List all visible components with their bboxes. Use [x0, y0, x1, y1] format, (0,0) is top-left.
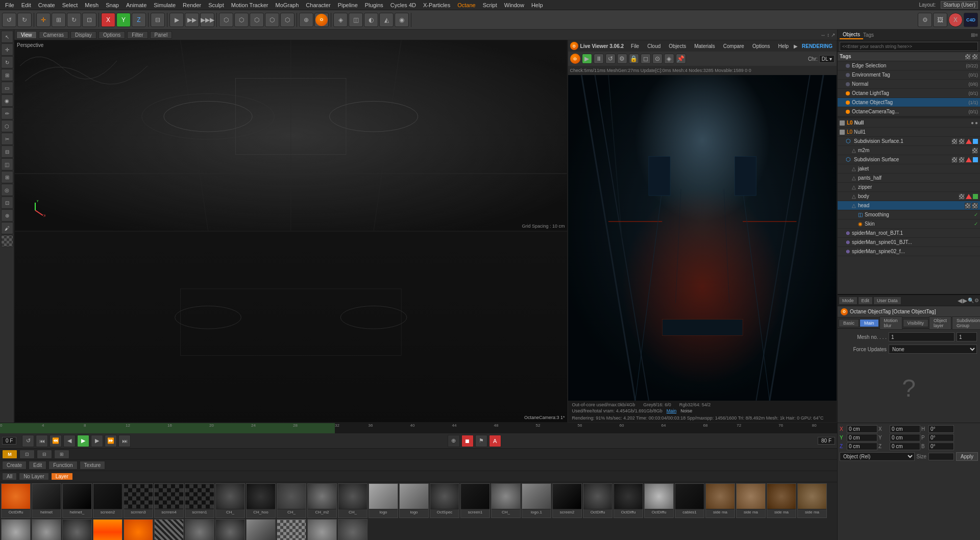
- object-search-input[interactable]: [840, 42, 978, 51]
- lv-lock-btn[interactable]: 🔒: [629, 54, 639, 64]
- tool-snap[interactable]: ⊡: [1, 197, 13, 209]
- material-item[interactable]: OctSpec: [430, 483, 459, 518]
- ptab-main[interactable]: Main: [860, 319, 879, 327]
- play-fwd2[interactable]: ▶: [91, 435, 103, 447]
- play-fwd[interactable]: ▶: [77, 435, 89, 447]
- picture-viewer[interactable]: 🖼: [933, 13, 947, 27]
- lv-geo-btn[interactable]: ◈: [664, 54, 674, 64]
- render-all[interactable]: ▶▶▶: [200, 13, 214, 27]
- coord-size-input[interactable]: [928, 453, 954, 460]
- tab-panel[interactable]: Panel: [150, 31, 173, 39]
- point-mode[interactable]: ⬡: [250, 13, 264, 27]
- menu-character[interactable]: Character: [303, 2, 333, 9]
- menu-mograph[interactable]: MoGraph: [272, 2, 302, 9]
- lv-start-btn[interactable]: ▶: [582, 54, 592, 64]
- mat-btn-4[interactable]: ⊞: [54, 450, 69, 459]
- x-axis[interactable]: X: [101, 13, 115, 27]
- tab-cameras[interactable]: Cameras: [39, 31, 69, 39]
- coord-y-input[interactable]: [847, 434, 877, 441]
- record-btn[interactable]: ⊕: [448, 435, 460, 447]
- render-region[interactable]: ▶: [169, 13, 184, 27]
- material-item[interactable]: CH_: [277, 483, 306, 518]
- material-item[interactable]: screen2: [93, 483, 122, 518]
- material-item[interactable]: CH.8: [338, 519, 368, 540]
- timeline-track[interactable]: 0 4 8 12 16 20 24 28 32 36 40 44 48 52 5…: [0, 423, 837, 433]
- live-viewer-canvas[interactable]: [568, 75, 837, 401]
- menu-cycles4d[interactable]: Cycles 4D: [387, 2, 419, 9]
- obj-zipper[interactable]: △ zipper: [838, 183, 980, 192]
- menu-help[interactable]: Help: [528, 2, 546, 9]
- filter-all[interactable]: All: [2, 473, 17, 480]
- material-item[interactable]: CH3: [215, 519, 245, 540]
- force-updates-select[interactable]: None: [889, 345, 977, 354]
- prop-nav-right[interactable]: ▶: [963, 297, 967, 304]
- lv-channel-select[interactable]: DL ▾: [819, 55, 835, 63]
- material-item[interactable]: CH_hoo: [246, 483, 276, 518]
- lv-square-btn[interactable]: ◻: [641, 54, 651, 64]
- menu-sculpt[interactable]: Sculpt: [205, 2, 227, 9]
- lv-settings-btn[interactable]: ⚙: [617, 54, 627, 64]
- material-item[interactable]: OctDiffu: [1, 483, 31, 518]
- material-item[interactable]: helmet: [124, 519, 153, 540]
- tool-knife[interactable]: ✂: [1, 133, 13, 145]
- material-item[interactable]: scrrren4: [154, 483, 184, 518]
- material-item[interactable]: logo: [399, 483, 429, 518]
- filter-layer[interactable]: Layer: [51, 473, 73, 480]
- material-item[interactable]: CH3: [307, 519, 337, 540]
- obj-null[interactable]: L0 Null ● ●: [838, 118, 980, 128]
- tag-octane-camera[interactable]: OctaneCameraTag... (0/1): [838, 107, 980, 116]
- stop-btn[interactable]: ⏹: [461, 435, 474, 447]
- tool-checkerboard[interactable]: [1, 235, 13, 247]
- coord-x-input[interactable]: [847, 425, 877, 433]
- current-frame[interactable]: 0 F: [2, 437, 16, 445]
- coord-h-input[interactable]: [928, 425, 954, 433]
- lv-pause-btn[interactable]: ⏸: [594, 54, 604, 64]
- prop-tab-edit[interactable]: Edit: [858, 297, 873, 305]
- redo-button[interactable]: ↻: [17, 13, 32, 27]
- viewport-bottom-left[interactable]: OctaneCamera:3 1*: [14, 231, 568, 423]
- menu-motion-tracker[interactable]: Motion Tracker: [228, 2, 272, 9]
- menu-animate[interactable]: Animate: [123, 2, 150, 9]
- ptab-obj-layer[interactable]: Object layer: [929, 316, 951, 330]
- material-item[interactable]: OctDiffu: [32, 519, 61, 540]
- coord-b-input[interactable]: [928, 443, 954, 450]
- mat-tab-edit[interactable]: Edit: [29, 461, 46, 470]
- filter-no-layer[interactable]: No Layer: [19, 473, 49, 480]
- menu-edit[interactable]: Edit: [18, 2, 34, 9]
- menu-simulate[interactable]: Simulate: [151, 2, 179, 9]
- material-item[interactable]: CH_m2: [307, 483, 337, 518]
- octane-live-viewer[interactable]: O: [314, 13, 329, 27]
- lv-orb-btn[interactable]: O: [570, 54, 580, 64]
- menu-xparticles[interactable]: X-Particles: [420, 2, 453, 9]
- material-item[interactable]: side ma: [797, 483, 827, 518]
- loop-toggle[interactable]: ↺: [22, 435, 34, 447]
- tool-arrow[interactable]: ↖: [1, 31, 13, 43]
- material-item[interactable]: scrrren1: [185, 483, 214, 518]
- tool-extrude[interactable]: ⊟: [1, 145, 13, 158]
- material-item[interactable]: OctDiffu: [644, 483, 674, 518]
- auto-key[interactable]: A: [489, 435, 501, 447]
- tool-paint[interactable]: 🖌: [1, 222, 13, 234]
- coord-sx-input[interactable]: [890, 425, 920, 433]
- layout-selector[interactable]: Startup (User): [941, 1, 978, 9]
- tag-skin[interactable]: ◉ Skin ✓: [838, 219, 980, 229]
- menu-window[interactable]: Window: [501, 2, 527, 9]
- tag-smoothing[interactable]: ◫ Smoothing ✓: [838, 210, 980, 219]
- tag-environment[interactable]: Environment Tag (0/1): [838, 70, 980, 80]
- z-label[interactable]: Z: [132, 13, 146, 27]
- obj-head[interactable]: △ head: [838, 201, 980, 210]
- prop-nav-left[interactable]: ◀: [958, 297, 962, 304]
- ptab-vis[interactable]: Visibility: [903, 319, 928, 327]
- menu-file[interactable]: File: [2, 2, 17, 9]
- menu-mesh[interactable]: Mesh: [82, 2, 102, 9]
- play-back[interactable]: ◀: [63, 435, 76, 447]
- material-item[interactable]: CH_: [338, 483, 368, 518]
- tool-magnet[interactable]: ⊛: [1, 209, 13, 222]
- uv-mode[interactable]: ⬡: [280, 13, 295, 27]
- mat-btn-1[interactable]: M: [2, 450, 17, 459]
- render-view[interactable]: ▶▶: [185, 13, 199, 27]
- menu-select[interactable]: Select: [59, 2, 81, 9]
- tab-view[interactable]: View: [16, 31, 37, 39]
- material-item[interactable]: screen2: [552, 483, 582, 518]
- material-item[interactable]: helmet: [32, 483, 61, 518]
